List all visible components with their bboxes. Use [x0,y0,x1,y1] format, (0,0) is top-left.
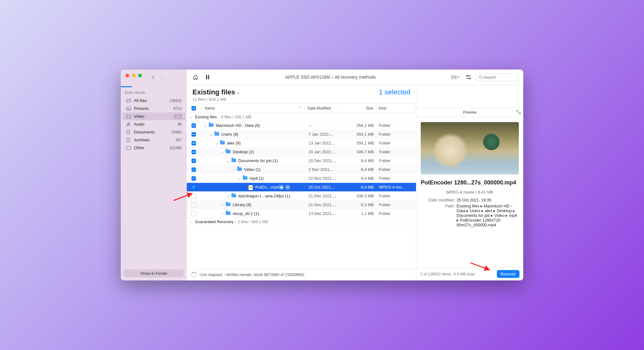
quicklook-icon[interactable]: ◉ [279,185,284,190]
row-actions: ◉⌗ [279,185,290,190]
nav-forward-button[interactable] [159,74,165,81]
column-headers: Name⌃ Date Modified Size Kind [187,104,416,113]
svg-rect-14 [208,75,209,79]
row-checkbox[interactable] [192,176,196,181]
chevron-down-icon[interactable]: ⌄ [220,150,225,154]
file-date: 7 Jan 2022,... [306,132,342,137]
show-in-finder-button[interactable]: Show in Finder [124,269,184,277]
file-name: Users (9) [221,132,238,137]
filters-button[interactable] [464,73,473,81]
file-list[interactable]: ⌄Existing files - 9 files / 356,1 MB ⌄ M… [187,113,416,269]
chevron-down-icon[interactable]: ⌄ [231,167,236,172]
preview-thumbnail[interactable] [421,122,519,174]
preview-path-label: Path: [421,204,457,227]
chevron-down-icon[interactable]: ⌄ [209,132,213,137]
folder-icon [209,123,214,128]
column-date[interactable]: Date Modified [305,106,341,110]
sidebar-item-video[interactable]: Video 11 [122,112,186,120]
svg-point-3 [127,108,128,109]
row-checkbox[interactable] [192,159,196,163]
sidebar-item-documents[interactable]: Documents 23981 [122,128,186,136]
sidebar-item-label: All files [134,98,169,103]
file-size: 8,4 MB [342,185,376,189]
file-name: PotEn....mp4 [255,185,279,189]
column-kind[interactable]: Kind [376,106,416,110]
sidebar-item-archives[interactable]: Archives 357 [122,136,186,144]
sidebar: Scan results All files 136632 Pictures 9… [121,70,187,280]
sidebar-item-other[interactable]: Other 102485 [122,144,186,152]
home-button[interactable] [191,73,200,82]
sidebar-item-pictures[interactable]: Pictures 9712 [122,104,186,112]
sidebar-item-label: Video [134,114,174,119]
folder-icon [243,176,248,181]
file-kind: Folder [376,176,416,181]
file-row[interactable]: ⌄ alex (9) 13 Jan 2022,... 356,1 MB Fold… [187,139,416,148]
file-row[interactable]: ⌄ Desktop (2) 20 Jan 2022,... 346,7 MB F… [187,148,416,156]
sidebar-item-audio[interactable]: Audio 86 [122,120,186,128]
column-size[interactable]: Size [341,106,376,110]
svg-rect-12 [126,146,131,150]
file-name: Macintosh HD - Data (9) [216,123,260,128]
selection-count: 1 selected [379,88,410,96]
file-row[interactable]: ⌄ Users (9) 7 Jan 2022,... 356,1 MB Fold… [187,130,416,139]
row-checkbox[interactable] [192,123,196,128]
file-name: alex (9) [227,141,241,145]
chevron-down-icon[interactable]: ⌄ [214,141,219,145]
chevron-right-icon[interactable]: › [226,194,230,198]
sidebar-item-label: Audio [134,122,178,127]
select-all-checkbox[interactable] [192,106,196,110]
file-row[interactable]: PotEn....mp4 ◉⌗ 25 Oct 2021,... 8,4 MB M… [187,183,416,192]
search-field[interactable] [476,73,519,81]
chevron-down-icon [457,76,459,78]
chevron-down-icon[interactable]: ⌄ [203,123,208,128]
sidebar-item-label: Other [134,145,169,150]
chevron-right-icon[interactable]: › [220,211,225,216]
sidebar-item-count: 11 [174,114,182,119]
svg-rect-15 [451,75,456,79]
status-bar: <1m elapsed, ~0h06m remain, block 867388… [187,269,416,280]
chevron-down-icon[interactable]: ⌄ [226,158,230,163]
file-row[interactable]: ⌄ Video (1) 2 Nov 2021,... 8,4 MB Folder [187,165,416,174]
minimize-window-button[interactable] [132,74,136,77]
heading: Existing files ⌄ 1 selected 11 files / 8… [187,85,416,104]
sidebar-item-count: 136632 [169,99,182,103]
group-header[interactable]: ⌄Existing files - 9 files / 356,1 MB [187,113,416,121]
row-checkbox[interactable] [191,211,196,216]
page-title[interactable]: Existing files ⌄ [192,88,240,96]
chevron-down-icon[interactable]: ⌄ [237,176,242,181]
sidebar-item-count: 23981 [171,130,182,134]
row-checkbox[interactable] [192,141,196,145]
pause-button[interactable] [204,73,211,81]
close-window-button[interactable] [125,74,129,77]
row-checkbox[interactable] [191,194,196,199]
nav-back-button[interactable] [150,74,156,81]
audio-icon [126,122,131,127]
sidebar-item-all-files[interactable]: All files 136632 [122,97,186,104]
file-kind: Folder [376,132,416,137]
group-header[interactable]: ›Guaranteed Recovery - 2 files / 468,1 M… [187,218,416,226]
file-row[interactable]: › recup_dir.2 (1) 13 Dec 2021,... 1,1 MB… [187,209,416,218]
file-row[interactable]: ⌄ mp4 (1) 22 Nov 2021,... 8,4 MB Folder [187,174,416,183]
zoom-window-button[interactable] [138,74,142,77]
view-mode-selector[interactable] [450,74,461,80]
row-checkbox[interactable] [192,132,196,137]
footer-summary: 1 of 136632 items, 8,4 MB total [420,272,494,276]
file-row[interactable]: › epicdragon-l...-ana-24fps (1) 21 Dec 2… [187,192,416,200]
row-checkbox[interactable] [192,167,196,172]
row-checkbox[interactable] [192,150,196,154]
page-subtitle: 11 files / 824,2 MB [192,97,410,102]
row-checkbox[interactable] [192,185,196,189]
chevron-down-icon: ⌄ [189,115,193,119]
file-row[interactable]: ⌄ Macintosh HD - Data (9) -- 356,1 MB Fo… [187,121,416,130]
file-row[interactable]: › Library (6) 21 Nov 2021,... 8,3 MB Fol… [187,200,416,209]
recover-button[interactable]: Recover [497,270,519,278]
column-name[interactable]: Name⌃ [201,106,305,110]
expand-preview-icon[interactable] [516,110,521,115]
row-checkbox[interactable] [191,202,196,207]
folder-icon [237,167,242,172]
search-input[interactable] [483,75,511,80]
file-row[interactable]: ⌄ Documents for job (1) 15 Dec 2021,... … [187,156,416,165]
chevron-right-icon[interactable]: › [220,202,225,207]
sidebar-item-count: 9712 [173,106,182,111]
hex-icon[interactable]: ⌗ [285,185,290,190]
